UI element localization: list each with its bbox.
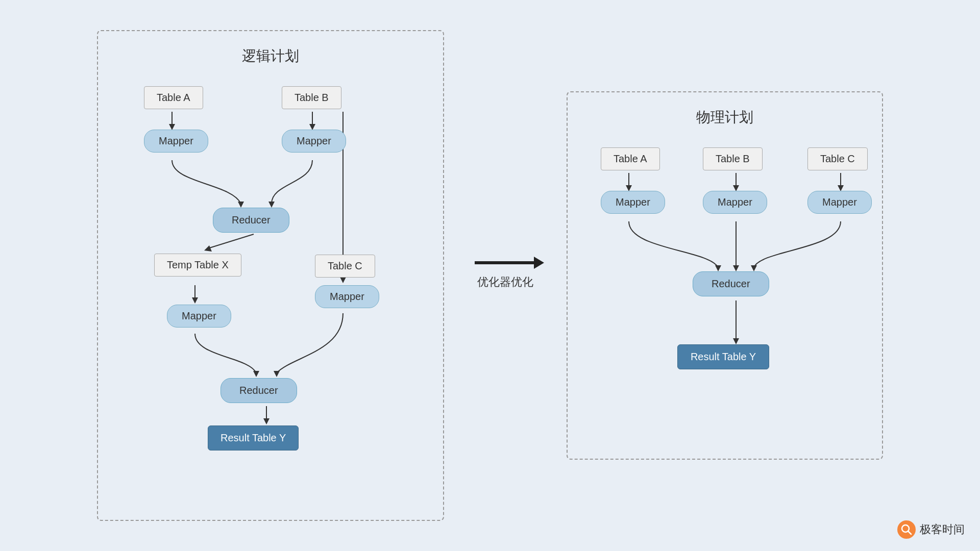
right-table-a-label: Table A bbox=[601, 147, 660, 170]
right-table-a: Table A bbox=[601, 147, 660, 170]
svg-line-29 bbox=[908, 531, 911, 534]
svg-marker-11 bbox=[192, 297, 198, 304]
big-arrow-label: 优化器优化 bbox=[477, 274, 533, 290]
right-diagram-title: 物理计划 bbox=[588, 108, 862, 127]
left-table-c: Table C bbox=[315, 255, 375, 278]
watermark-text: 极客时间 bbox=[920, 522, 965, 537]
left-table-c-label: Table C bbox=[315, 255, 375, 278]
right-mapper2-label: Mapper bbox=[703, 191, 767, 214]
left-reducer1-label: Reducer bbox=[213, 208, 289, 233]
optimization-arrow: 优化器优化 bbox=[475, 261, 536, 290]
svg-marker-15 bbox=[263, 418, 270, 424]
right-diagram: 物理计划 bbox=[567, 91, 883, 460]
left-mapper1: Mapper bbox=[144, 130, 208, 153]
left-table-a-label: Table A bbox=[144, 86, 203, 109]
left-mapper4-label: Mapper bbox=[315, 285, 379, 308]
svg-marker-24 bbox=[733, 265, 739, 271]
svg-marker-5 bbox=[268, 202, 275, 208]
right-table-c-label: Table C bbox=[807, 147, 868, 170]
right-result-table-y: Result Table Y bbox=[677, 344, 769, 369]
svg-line-6 bbox=[208, 234, 254, 248]
left-mapper2-label: Mapper bbox=[282, 130, 346, 153]
left-table-b-label: Table B bbox=[282, 86, 341, 109]
left-table-a: Table A bbox=[144, 86, 203, 109]
left-diagram: 逻辑计划 bbox=[97, 30, 444, 521]
right-nodes: Table A Table B Table C Mapper Mapper Ma… bbox=[588, 142, 884, 438]
left-temp-table-x: Temp Table X bbox=[154, 254, 241, 277]
main-container: 逻辑计划 bbox=[97, 30, 883, 521]
svg-marker-12 bbox=[253, 371, 259, 377]
left-table-b: Table B bbox=[282, 86, 341, 109]
left-result-table-y-label: Result Table Y bbox=[208, 425, 299, 450]
right-mapper1: Mapper bbox=[601, 191, 665, 214]
right-table-b-label: Table B bbox=[703, 147, 763, 170]
left-nodes: Table A Table B Table C Mapper Mapper Re… bbox=[118, 81, 425, 499]
right-mapper3-label: Mapper bbox=[807, 191, 872, 214]
right-mapper2: Mapper bbox=[703, 191, 767, 214]
big-arrow-graphic bbox=[475, 261, 536, 264]
left-mapper3-label: Mapper bbox=[167, 305, 231, 328]
watermark: 极客时间 bbox=[897, 520, 965, 539]
left-mapper2: Mapper bbox=[282, 130, 346, 153]
left-reducer1: Reducer bbox=[213, 208, 289, 233]
left-result-table-y: Result Table Y bbox=[208, 425, 299, 450]
left-diagram-title: 逻辑计划 bbox=[118, 46, 423, 66]
right-table-b: Table B bbox=[703, 147, 763, 170]
svg-marker-27 bbox=[733, 338, 739, 344]
svg-marker-4 bbox=[238, 202, 244, 208]
left-temp-table-x-label: Temp Table X bbox=[154, 254, 241, 277]
left-reducer2-label: Reducer bbox=[220, 378, 297, 403]
left-mapper1-label: Mapper bbox=[144, 130, 208, 153]
right-mapper3: Mapper bbox=[807, 191, 872, 214]
svg-marker-7 bbox=[204, 245, 212, 252]
left-mapper3: Mapper bbox=[167, 305, 231, 328]
right-table-c: Table C bbox=[807, 147, 868, 170]
watermark-icon bbox=[897, 520, 916, 539]
svg-marker-9 bbox=[340, 277, 346, 283]
right-result-table-y-label: Result Table Y bbox=[677, 344, 769, 369]
svg-marker-25 bbox=[751, 265, 757, 271]
svg-marker-13 bbox=[274, 371, 280, 377]
big-arrow-line bbox=[475, 261, 536, 264]
left-mapper4: Mapper bbox=[315, 285, 379, 308]
right-mapper1-label: Mapper bbox=[601, 191, 665, 214]
right-reducer-label: Reducer bbox=[693, 271, 769, 296]
left-reducer2: Reducer bbox=[220, 378, 297, 403]
svg-marker-22 bbox=[715, 265, 721, 271]
right-reducer: Reducer bbox=[693, 271, 769, 296]
